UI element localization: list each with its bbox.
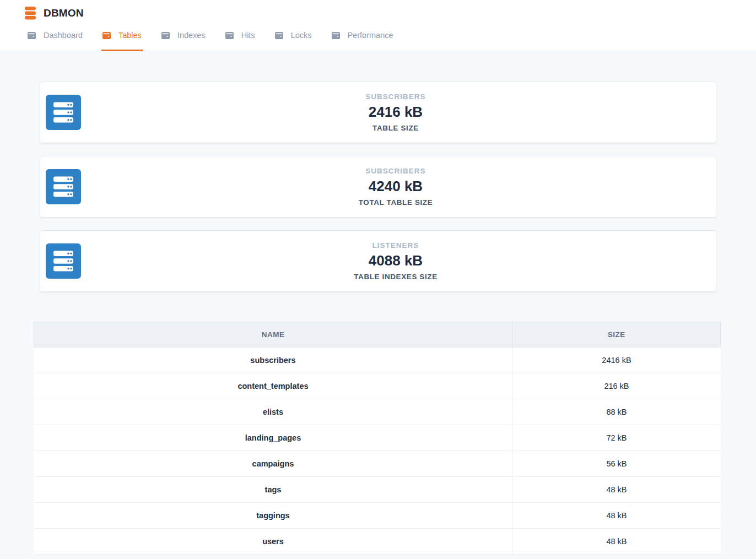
table-size-cell: 2416 kB: [512, 348, 721, 373]
stat-value: 4240 kB: [81, 178, 710, 195]
server-stack-icon: [46, 95, 81, 130]
stat-entity-label: LISTENERS: [81, 241, 710, 249]
main-content: SUBSCRIBERS 2416 kB TABLE SIZE: [0, 51, 756, 555]
stat-metric-label: TOTAL TABLE SIZE: [81, 198, 710, 207]
database-logo-icon: [24, 7, 36, 20]
table-name-cell: landing_pages: [34, 425, 512, 451]
table-size-cell: 88 kB: [512, 399, 721, 425]
stat-card-total-table-size: SUBSCRIBERS 4240 kB TOTAL TABLE SIZE: [40, 156, 716, 218]
main-nav: Dashboard Tables Indexes: [0, 23, 756, 51]
table-name-cell: taggings: [34, 503, 512, 529]
stat-metric-label: TABLE SIZE: [81, 124, 710, 132]
table-row: elists 88 kB: [34, 399, 721, 425]
table-icon: [275, 32, 283, 39]
stat-value: 4088 kB: [81, 252, 710, 269]
table-row: campaigns 56 kB: [34, 451, 721, 477]
app-header: DBMON Dashboard Tables: [0, 0, 756, 51]
table-name-cell: content_templates: [34, 373, 512, 399]
stat-entity-label: SUBSCRIBERS: [81, 167, 710, 175]
stat-cards: SUBSCRIBERS 2416 kB TABLE SIZE: [40, 82, 716, 292]
stat-text: SUBSCRIBERS 2416 kB TABLE SIZE: [81, 93, 710, 132]
table-size-cell: 72 kB: [512, 425, 721, 451]
table-size-cell: 56 kB: [512, 451, 721, 477]
stat-entity-label: SUBSCRIBERS: [81, 93, 710, 101]
server-stack-icon: [46, 243, 81, 279]
table-row: users 48 kB: [34, 529, 721, 555]
table-icon: [28, 32, 36, 39]
table-icon: [225, 32, 234, 39]
table-row: tags 48 kB: [34, 477, 721, 503]
table-icon: [161, 32, 170, 39]
tab-dashboard[interactable]: Dashboard: [26, 28, 84, 51]
table-row: content_templates 216 kB: [34, 373, 721, 399]
tab-locks[interactable]: Locks: [274, 28, 313, 51]
table-row: landing_pages 72 kB: [34, 425, 721, 451]
stat-text: SUBSCRIBERS 4240 kB TOTAL TABLE SIZE: [81, 167, 710, 207]
stat-text: LISTENERS 4088 kB TABLE INDEXES SIZE: [81, 241, 710, 281]
tab-indexes[interactable]: Indexes: [160, 28, 207, 51]
tab-label: Indexes: [177, 31, 206, 40]
stat-metric-label: TABLE INDEXES SIZE: [81, 273, 710, 281]
table-header-row: NAME SIZE: [34, 322, 721, 348]
table-size-cell: 48 kB: [512, 503, 721, 529]
table-name-cell: elists: [34, 399, 512, 425]
table-name-cell: campaigns: [34, 451, 512, 477]
table-name-cell: tags: [34, 477, 512, 503]
tab-label: Tables: [118, 31, 142, 40]
tab-label: Locks: [291, 31, 312, 40]
table-name-cell: users: [34, 529, 512, 555]
tab-performance[interactable]: Performance: [331, 28, 395, 51]
table-row: subscribers 2416 kB: [34, 348, 721, 373]
table-row: taggings 48 kB: [34, 503, 721, 529]
app-title: DBMON: [44, 7, 84, 19]
table-size-cell: 48 kB: [512, 477, 721, 503]
tab-tables[interactable]: Tables: [101, 28, 143, 51]
table-icon: [332, 32, 340, 39]
table-name-cell: subscribers: [34, 348, 512, 373]
tab-label: Dashboard: [44, 31, 83, 40]
brand: DBMON: [0, 0, 756, 23]
table-icon: [102, 32, 111, 39]
tables-size-table-wrap: NAME SIZE subscribers 2416 kB content_te…: [34, 322, 721, 555]
tab-hits[interactable]: Hits: [224, 28, 256, 51]
column-header-name: NAME: [34, 322, 512, 348]
server-stack-icon: [46, 169, 81, 204]
stat-card-table-size: SUBSCRIBERS 2416 kB TABLE SIZE: [40, 82, 716, 143]
tables-size-table: NAME SIZE subscribers 2416 kB content_te…: [34, 322, 721, 555]
stat-card-table-indexes-size: LISTENERS 4088 kB TABLE INDEXES SIZE: [40, 230, 716, 292]
stat-value: 2416 kB: [81, 104, 710, 121]
tab-label: Hits: [241, 31, 255, 40]
column-header-size: SIZE: [512, 322, 721, 348]
table-size-cell: 48 kB: [512, 529, 721, 555]
table-size-cell: 216 kB: [512, 373, 721, 399]
tab-label: Performance: [348, 31, 393, 40]
